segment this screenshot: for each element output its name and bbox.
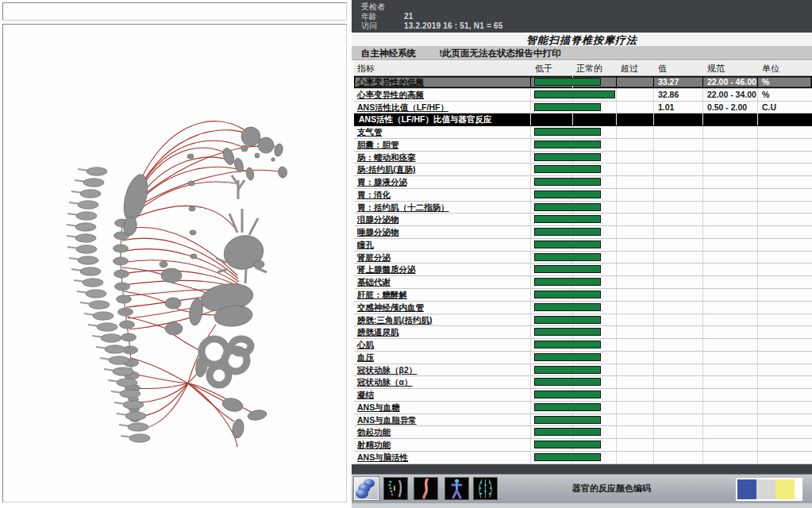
unit-cell xyxy=(757,426,812,438)
level-bar xyxy=(534,403,601,411)
col-norm: 规范 xyxy=(702,63,757,75)
title-band: 智能扫描脊椎按摩疗法 xyxy=(352,33,812,47)
value-cell xyxy=(653,352,702,364)
bar-zone xyxy=(530,452,616,464)
meridians-icon[interactable] xyxy=(473,477,498,500)
table-row[interactable]: 射精功能 xyxy=(354,439,812,452)
indicator-name[interactable]: 肠：蠕动和痉挛 xyxy=(354,152,530,164)
indicator-name[interactable]: ANS与血糖 xyxy=(354,402,530,414)
norm-cell xyxy=(702,226,757,238)
level-bar xyxy=(534,140,601,148)
spine-segments-icon[interactable] xyxy=(383,477,408,500)
indicator-name[interactable]: 基础代谢 xyxy=(354,276,530,288)
discs-3d-icon[interactable] xyxy=(354,477,379,500)
indicator-name[interactable]: 肠:括约肌(直肠) xyxy=(354,164,530,175)
table-row[interactable]: 凝结 xyxy=(354,389,812,402)
table-row[interactable]: 交感神经颅内血管 xyxy=(354,302,812,314)
table-row[interactable]: 基础代谢 xyxy=(354,276,812,289)
unit-cell xyxy=(757,452,812,464)
indicator-name[interactable]: ANS活性（LF/HF）比值与器官反应 xyxy=(354,114,530,125)
indicator-name[interactable]: ANS活性比值（LF/HF） xyxy=(354,102,530,114)
level-bar xyxy=(534,153,601,161)
table-row[interactable]: 唾腺分泌物 xyxy=(354,226,812,239)
level-bar xyxy=(534,366,601,374)
above-cell xyxy=(616,276,653,288)
indicator-name[interactable]: 心肌 xyxy=(354,339,530,351)
unit-cell xyxy=(757,376,812,388)
table-row[interactable]: 瞳孔 xyxy=(354,239,812,252)
table-row[interactable]: 心率变异性的高频 32.86 22.00 - 34.00 % xyxy=(354,89,812,102)
table-row[interactable]: 心率变异性的低频 33.27 22.00 - 46.00 % xyxy=(354,76,812,89)
value-cell xyxy=(653,402,702,414)
unit-cell xyxy=(757,139,812,151)
page-title: 智能扫描脊椎按摩疗法 xyxy=(526,34,637,46)
indicator-name[interactable]: 勃起功能 xyxy=(354,426,530,438)
norm-cell xyxy=(702,289,757,301)
indicator-name[interactable]: 膀胱:三角肌(括约肌) xyxy=(354,314,530,326)
table-row[interactable]: 支气管 xyxy=(354,126,812,139)
value-cell xyxy=(653,389,702,401)
indicator-name[interactable]: 心率变异性的高频 xyxy=(354,89,530,101)
col-unit: 单位 xyxy=(757,63,812,75)
table-row[interactable]: 胃：消化 xyxy=(354,189,812,202)
bar-zone xyxy=(530,114,616,125)
indicator-name[interactable]: 瞳孔 xyxy=(354,239,530,251)
swatch-blue xyxy=(737,479,756,499)
indicator-name[interactable]: 膀胱逼尿肌 xyxy=(354,326,530,338)
value-cell xyxy=(653,202,702,214)
table-row[interactable]: 泪腺分泌物 xyxy=(354,214,812,226)
table-row[interactable]: 胃：腺液分泌 xyxy=(354,176,812,189)
table-row[interactable]: 冠状动脉（β2） xyxy=(354,364,812,377)
table-row[interactable]: 肠:括约肌(直肠) xyxy=(354,164,812,176)
indicator-name[interactable]: 胃：消化 xyxy=(354,189,530,201)
table-row[interactable]: 肝脏：糖酵解 xyxy=(354,289,812,302)
indicator-name[interactable]: 肾脏分泌 xyxy=(354,252,530,264)
indicator-name[interactable]: 支气管 xyxy=(354,126,530,138)
indicator-name[interactable]: 胃：括约肌（十二指肠） xyxy=(354,202,530,214)
unit-cell: C.U xyxy=(757,102,812,114)
indicator-name[interactable]: 泪腺分泌物 xyxy=(354,214,530,225)
body-figure-icon[interactable] xyxy=(444,477,469,500)
value-cell: 1.01 xyxy=(653,102,702,114)
indicator-name[interactable]: 交感神经颅内血管 xyxy=(354,302,530,314)
table-row[interactable]: ANS活性（LF/HF）比值与器官反应 xyxy=(354,114,812,126)
age-label: 年龄 xyxy=(361,12,402,21)
above-cell xyxy=(616,226,653,238)
indicator-name[interactable]: 冠状动脉（β2） xyxy=(354,364,530,376)
indicator-name[interactable]: 胆囊：胆管 xyxy=(354,139,530,151)
indicator-name[interactable]: 血压 xyxy=(354,352,530,364)
indicator-name[interactable]: 心率变异性的低频 xyxy=(354,76,530,88)
table-row[interactable]: ANS与血糖 xyxy=(354,402,812,414)
level-bar xyxy=(534,203,601,211)
table-row[interactable]: 冠状动脉（α） xyxy=(354,376,812,389)
unit-cell xyxy=(757,326,812,338)
above-cell xyxy=(616,439,653,451)
table-row[interactable]: 膀胱:三角肌(括约肌) xyxy=(354,314,812,327)
spine-curve-icon[interactable] xyxy=(414,477,438,500)
table-row[interactable]: ANS与血脂异常 xyxy=(354,414,812,427)
indicator-name[interactable]: 肾上腺髓质分泌 xyxy=(354,264,530,275)
level-bar xyxy=(534,316,601,324)
table-row[interactable]: ANS与脑活性 xyxy=(354,452,812,464)
indicator-name[interactable]: 肝脏：糖酵解 xyxy=(354,289,530,301)
table-row[interactable]: 血压 xyxy=(354,352,812,364)
table-row[interactable]: 膀胱逼尿肌 xyxy=(354,326,812,339)
indicator-name[interactable]: 唾腺分泌物 xyxy=(354,226,530,238)
indicator-name[interactable]: ANS与血脂异常 xyxy=(354,414,530,426)
table-row[interactable]: 勃起功能 xyxy=(354,426,812,439)
table-row[interactable]: 心肌 xyxy=(354,339,812,352)
indicator-name[interactable]: 射精功能 xyxy=(354,439,530,451)
table-row[interactable]: 胆囊：胆管 xyxy=(354,139,812,152)
table-row[interactable]: 胃：括约肌（十二指肠） xyxy=(354,202,812,214)
table-row[interactable]: ANS活性比值（LF/HF） 1.01 0.50 - 2.00 C.U xyxy=(354,102,812,114)
table-row[interactable]: 肾脏分泌 xyxy=(354,252,812,264)
table-row[interactable]: 肠：蠕动和痉挛 xyxy=(354,152,812,164)
unit-cell xyxy=(757,339,812,351)
indicator-name[interactable]: 凝结 xyxy=(354,389,530,401)
indicator-name[interactable]: 胃：腺液分泌 xyxy=(354,176,530,188)
table-row[interactable]: 肾上腺髓质分泌 xyxy=(354,264,812,276)
indicator-name[interactable]: ANS与脑活性 xyxy=(354,452,530,464)
indicator-name[interactable]: 冠状动脉（α） xyxy=(354,376,530,388)
unit-cell xyxy=(757,114,812,125)
norm-cell xyxy=(702,126,757,138)
